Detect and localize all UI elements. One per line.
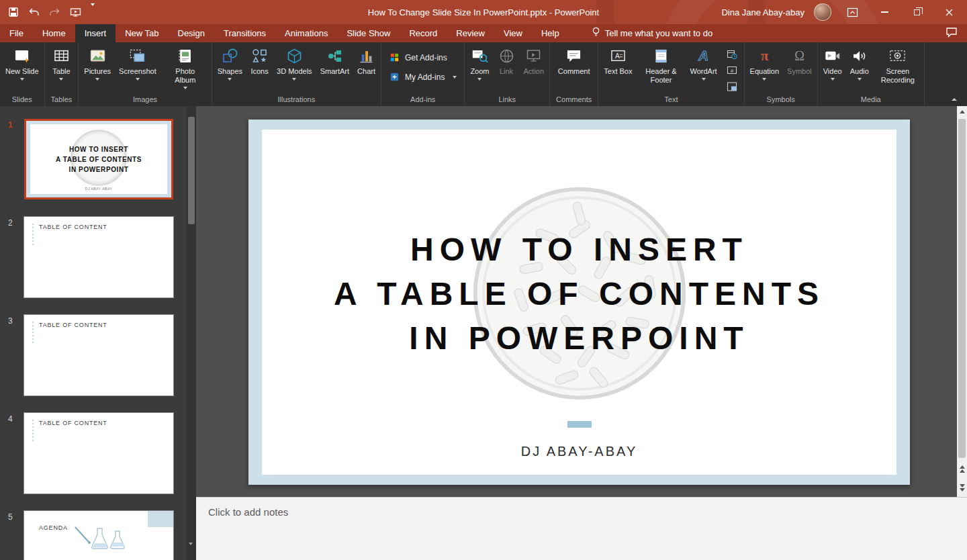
tell-me-box[interactable]: Tell me what you want to do (592, 24, 712, 42)
text-box-button[interactable]: A Text Box (600, 44, 635, 77)
next-slide-button[interactable] (957, 478, 967, 497)
comments-bubble-icon[interactable] (946, 27, 958, 40)
group-label-slides: Slides (2, 95, 42, 106)
comment-button[interactable]: Comment (555, 44, 594, 77)
icons-button[interactable]: Icons (247, 44, 272, 77)
save-icon[interactable] (8, 7, 19, 17)
slide-white-area: HOW TO INSERT A TABLE OF CONTENTS IN POW… (262, 130, 896, 475)
previous-slide-button[interactable] (957, 459, 967, 478)
link-icon (498, 47, 516, 65)
thumb1-title: HOW TO INSERT A TABLE OF CONTENTS IN POW… (30, 144, 167, 175)
slide-thumbnail-panel: 1 HOW TO INSERT A TABLE OF CONTENTS IN P… (0, 106, 187, 560)
photo-album-button[interactable]: Photo Album (161, 44, 210, 91)
tab-new-tab[interactable]: New Tab (116, 24, 168, 42)
tab-home[interactable]: Home (33, 24, 75, 42)
equation-icon: π (755, 47, 774, 65)
icons-icon (250, 47, 269, 65)
wordart-button[interactable]: A WordArt (686, 44, 720, 82)
shapes-button[interactable]: Shapes (214, 44, 246, 82)
account-user-name[interactable]: Dina Jane Abay-abay (721, 7, 804, 17)
photo-album-icon (176, 47, 194, 65)
date-and-time-button[interactable] (725, 48, 739, 61)
undo-button[interactable] (28, 7, 40, 17)
scroll-up-button[interactable] (957, 106, 967, 118)
ribbon-group-tables: Table Tables (45, 42, 79, 106)
slide-thumbnail-3[interactable]: TABLE OF CONTENT (24, 315, 173, 395)
header-footer-button[interactable]: Header & Footer (637, 44, 685, 86)
tab-slide-show[interactable]: Slide Show (337, 24, 400, 42)
thumb2-title: TABLE OF CONTENT (39, 224, 107, 230)
screenshot-button[interactable]: Screenshot (116, 44, 160, 82)
thumb5-blue-corner (148, 511, 173, 527)
tab-review[interactable]: Review (447, 24, 494, 42)
notes-pane[interactable]: Click to add notes (196, 497, 967, 560)
table-button[interactable]: Table (49, 44, 74, 82)
slide-accent-bar[interactable] (567, 421, 592, 428)
slide[interactable]: HOW TO INSERT A TABLE OF CONTENTS IN POW… (248, 120, 910, 485)
tab-view[interactable]: View (494, 24, 532, 42)
start-slideshow-icon[interactable] (70, 7, 81, 17)
notes-placeholder[interactable]: Click to add notes (208, 506, 288, 518)
group-label-symbols: Symbols (747, 95, 815, 106)
group-label-tables: Tables (47, 95, 77, 106)
thumbnail-panel-scrollbar[interactable] (187, 106, 196, 560)
slide-editing-canvas[interactable]: HOW TO INSERT A TABLE OF CONTENTS IN POW… (196, 106, 957, 497)
tab-insert[interactable]: Insert (75, 24, 116, 42)
ribbon-group-symbols: π Equation Ω Symbol Symbols (745, 42, 818, 106)
object-button[interactable] (725, 80, 739, 93)
quick-access-toolbar (0, 6, 95, 18)
zoom-icon (471, 47, 489, 65)
tab-record[interactable]: Record (400, 24, 447, 42)
tab-design[interactable]: Design (169, 24, 214, 42)
chevron-down-icon (20, 78, 24, 81)
thumbnail-scrollbar-thumb[interactable] (188, 117, 195, 224)
canvas-scrollbar-thumb[interactable] (958, 119, 966, 458)
group-label-text: Text (600, 95, 741, 106)
new-slide-button[interactable]: New Slide (2, 44, 42, 82)
audio-button[interactable]: Audio (847, 44, 872, 82)
slide-number-button[interactable]: # (725, 64, 739, 77)
my-add-ins-button[interactable]: My Add-ins (389, 71, 457, 83)
minimize-button[interactable] (873, 3, 896, 21)
screen-recording-button[interactable]: Screen Recording (874, 44, 922, 86)
chevron-down-icon (292, 78, 296, 81)
chevron-down-icon (183, 87, 187, 89)
lightbulb-icon (592, 27, 600, 40)
title-bar: How To Change Slide Size In PowerPoint.p… (0, 0, 967, 24)
canvas-scrollbar[interactable] (957, 106, 967, 497)
slide-title-textbox[interactable]: HOW TO INSERT A TABLE OF CONTENTS IN POW… (262, 228, 896, 361)
action-icon (524, 47, 543, 65)
chart-button[interactable]: Chart (354, 44, 379, 77)
tab-file[interactable]: File (0, 24, 33, 42)
screenshot-icon (128, 47, 146, 65)
customize-quick-access-icon[interactable] (91, 6, 95, 18)
3d-models-button[interactable]: 3D Models (273, 44, 316, 82)
slide-thumbnail-1[interactable]: HOW TO INSERT A TABLE OF CONTENTS IN POW… (24, 119, 173, 199)
video-button[interactable]: Video (820, 44, 845, 82)
ribbon-display-options-icon[interactable] (841, 3, 864, 21)
slide-thumbnail-2[interactable]: TABLE OF CONTENT (24, 217, 173, 297)
restore-button[interactable] (905, 3, 928, 21)
slide-thumbnail-4[interactable]: TABLE OF CONTENT (24, 413, 173, 494)
ribbon-group-add-ins: Get Add-ins My Add-ins Add-ins (381, 42, 465, 106)
collapse-ribbon-button[interactable] (948, 95, 960, 104)
equation-button[interactable]: π Equation (747, 44, 782, 82)
user-avatar[interactable] (814, 3, 831, 21)
tab-transitions[interactable]: Transitions (214, 24, 275, 42)
zoom-button[interactable]: Zoom (467, 44, 492, 82)
smartart-button[interactable]: SmartArt (317, 44, 353, 77)
smartart-icon (326, 47, 344, 65)
ribbon: New Slide Slides Table Tables Pictures (0, 42, 967, 106)
redo-button[interactable] (49, 7, 60, 17)
slide-number-label: 3 (0, 315, 24, 326)
get-add-ins-button[interactable]: Get Add-ins (389, 52, 457, 63)
tab-help[interactable]: Help (532, 24, 569, 42)
thumb-accent-dots (32, 224, 34, 246)
pictures-button[interactable]: Pictures (81, 44, 114, 82)
slide-thumbnail-5[interactable]: AGENDA (24, 511, 173, 560)
slide-author-textbox[interactable]: DJ ABAY-ABAY (262, 444, 896, 459)
tab-animations[interactable]: Animations (275, 24, 337, 42)
group-label-comments: Comments (552, 95, 596, 106)
pictures-icon (89, 47, 107, 65)
close-button[interactable] (937, 3, 960, 21)
